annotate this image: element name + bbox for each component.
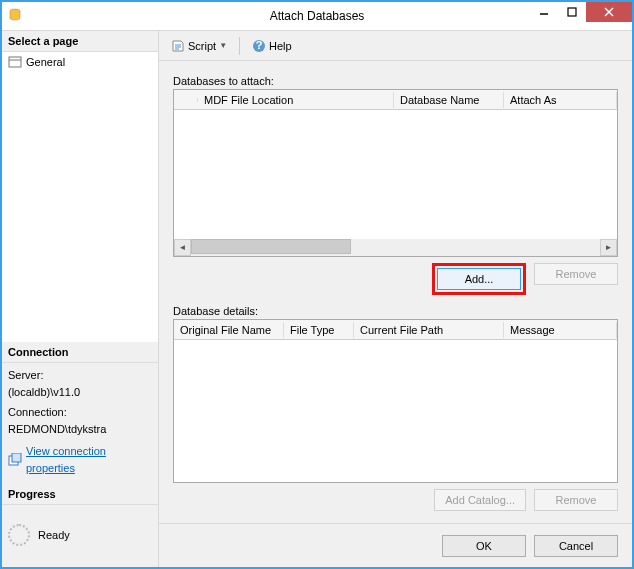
close-button[interactable] xyxy=(586,2,632,22)
scroll-track[interactable] xyxy=(191,239,600,256)
dialog-footer: OK Cancel xyxy=(159,523,632,567)
details-grid-body[interactable] xyxy=(174,340,617,482)
left-pane: Select a page General Connection Server:… xyxy=(2,31,159,567)
add-button[interactable]: Add... xyxy=(437,268,521,290)
attach-grid-hscroll[interactable]: ◄ ► xyxy=(174,239,617,256)
svg-line-4 xyxy=(605,8,613,16)
databases-to-attach-label: Databases to attach: xyxy=(173,75,618,87)
progress-header: Progress xyxy=(2,484,158,505)
select-page-header: Select a page xyxy=(2,31,158,52)
attach-databases-dialog: Attach Databases Select a page General C… xyxy=(0,0,634,569)
cancel-button[interactable]: Cancel xyxy=(534,535,618,557)
svg-rect-5 xyxy=(9,57,21,67)
details-buttons-row: Add Catalog... Remove xyxy=(173,489,618,511)
chevron-down-icon: ▼ xyxy=(219,41,227,50)
add-button-highlight: Add... xyxy=(432,263,526,295)
page-list: General xyxy=(2,52,158,342)
toolbar: Script ▼ ? Help xyxy=(159,31,632,61)
help-label: Help xyxy=(269,40,292,52)
svg-line-3 xyxy=(605,8,613,16)
page-icon xyxy=(8,55,22,69)
connection-value: REDMOND\tdykstra xyxy=(8,421,152,438)
window-title: Attach Databases xyxy=(270,9,365,23)
server-label: Server: xyxy=(8,367,152,384)
add-catalog-button: Add Catalog... xyxy=(434,489,526,511)
col-current-file-path[interactable]: Current File Path xyxy=(354,322,504,338)
database-icon xyxy=(8,8,22,22)
svg-rect-2 xyxy=(568,8,576,16)
scroll-left-icon[interactable]: ◄ xyxy=(174,239,191,256)
connection-header: Connection xyxy=(2,342,158,363)
attach-grid-header: MDF File Location Database Name Attach A… xyxy=(174,90,617,110)
col-message[interactable]: Message xyxy=(504,322,617,338)
details-grid-header: Original File Name File Type Current Fil… xyxy=(174,320,617,340)
toolbar-separator xyxy=(239,37,240,55)
col-attach-as[interactable]: Attach As xyxy=(504,92,617,108)
col-database-name[interactable]: Database Name xyxy=(394,92,504,108)
connection-info: Server: (localdb)\v11.0 Connection: REDM… xyxy=(2,363,158,484)
svg-text:?: ? xyxy=(256,39,263,51)
minimize-button[interactable] xyxy=(530,2,558,22)
main-content: Databases to attach: MDF File Location D… xyxy=(159,61,632,523)
view-connection-properties-label: View connection properties xyxy=(26,443,152,476)
scroll-thumb[interactable] xyxy=(191,239,351,254)
window-controls xyxy=(530,2,632,22)
right-pane: Script ▼ ? Help Databases to attach: MDF… xyxy=(159,31,632,567)
attach-grid-body[interactable] xyxy=(174,110,617,239)
col-rowheader[interactable] xyxy=(174,98,198,102)
page-item-label: General xyxy=(26,56,65,68)
dialog-body: Select a page General Connection Server:… xyxy=(2,30,632,567)
script-button[interactable]: Script ▼ xyxy=(167,37,231,55)
database-details-label: Database details: xyxy=(173,305,618,317)
attach-buttons-row: Add... Remove xyxy=(173,263,618,295)
remove-detail-button: Remove xyxy=(534,489,618,511)
spinner-icon xyxy=(8,524,30,546)
script-label: Script xyxy=(188,40,216,52)
col-original-file-name[interactable]: Original File Name xyxy=(174,322,284,338)
remove-button: Remove xyxy=(534,263,618,285)
maximize-button[interactable] xyxy=(558,2,586,22)
connection-label: Connection: xyxy=(8,404,152,421)
progress-status: Ready xyxy=(38,529,70,541)
server-value: (localdb)\v11.0 xyxy=(8,384,152,401)
page-item-general[interactable]: General xyxy=(6,54,154,70)
view-connection-properties-link[interactable]: View connection properties xyxy=(8,443,152,476)
help-button[interactable]: ? Help xyxy=(248,37,296,55)
properties-icon xyxy=(8,453,22,467)
database-details-grid[interactable]: Original File Name File Type Current Fil… xyxy=(173,319,618,483)
svg-rect-8 xyxy=(12,453,21,462)
help-icon: ? xyxy=(252,39,266,53)
ok-button[interactable]: OK xyxy=(442,535,526,557)
titlebar[interactable]: Attach Databases xyxy=(2,2,632,30)
scroll-right-icon[interactable]: ► xyxy=(600,239,617,256)
col-file-type[interactable]: File Type xyxy=(284,322,354,338)
databases-to-attach-grid[interactable]: MDF File Location Database Name Attach A… xyxy=(173,89,618,257)
col-mdf-location[interactable]: MDF File Location xyxy=(198,92,394,108)
script-icon xyxy=(171,39,185,53)
progress-section: Ready xyxy=(2,505,158,565)
